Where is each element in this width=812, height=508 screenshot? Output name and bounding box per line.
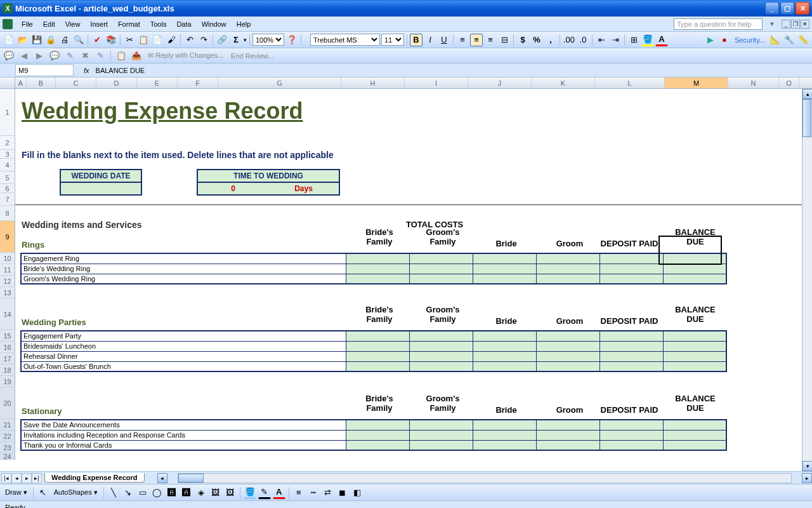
undo-icon[interactable]: ↶	[183, 34, 196, 46]
doc-minimize-button[interactable]: _	[782, 20, 790, 29]
horizontal-scrollbar[interactable]	[178, 473, 792, 483]
value-cell[interactable]	[663, 274, 726, 284]
comment-edit-icon[interactable]: ✎	[63, 50, 76, 62]
item-cell[interactable]: Invitations including Reception and Resp…	[21, 430, 346, 440]
row-header-11[interactable]: 11	[0, 264, 15, 276]
col-header-H[interactable]: H	[341, 77, 405, 88]
underline-button[interactable]: U	[438, 34, 450, 46]
value-cell[interactable]	[536, 264, 599, 274]
item-cell[interactable]: Groom's Wedding Ring	[21, 274, 346, 284]
minimize-button[interactable]: _	[765, 2, 779, 15]
cut-icon[interactable]: ✂	[123, 34, 136, 46]
align-left-button[interactable]: ≡	[456, 34, 469, 46]
align-center-button[interactable]: ≡	[470, 34, 483, 46]
value-cell[interactable]	[409, 361, 473, 371]
arrow-style-icon[interactable]: ⇄	[322, 486, 334, 499]
col-header-C[interactable]: C	[56, 77, 96, 88]
zoom-select[interactable]: 100%	[252, 34, 284, 46]
row-header-2[interactable]: 2	[0, 136, 15, 150]
value-cell[interactable]	[599, 253, 663, 264]
close-button[interactable]: ✕	[796, 2, 809, 15]
value-cell[interactable]	[663, 430, 726, 440]
value-cell[interactable]	[346, 351, 409, 361]
row-header-20[interactable]: 20	[0, 387, 15, 419]
row-header-21[interactable]: 21	[0, 419, 15, 431]
row-header-24[interactable]: 24	[0, 453, 15, 460]
formula-input[interactable]: BALANCE DUE	[93, 67, 812, 74]
value-cell[interactable]	[409, 341, 473, 351]
value-cell[interactable]	[409, 420, 473, 430]
increase-decimal-icon[interactable]: .00	[563, 34, 575, 46]
ink-icon[interactable]: ✎	[94, 50, 107, 62]
decrease-decimal-icon[interactable]: .0	[577, 34, 589, 46]
hyperlink-icon[interactable]: 🔗	[216, 34, 228, 46]
tab-next-button[interactable]: ▸	[22, 473, 32, 483]
scroll-right-button[interactable]: ▸	[802, 473, 812, 483]
value-cell[interactable]	[663, 341, 726, 351]
comment-new-icon[interactable]: 💬	[3, 50, 15, 62]
save-icon[interactable]: 💾	[30, 34, 43, 46]
value-cell[interactable]	[346, 253, 409, 264]
doc-close-button[interactable]: ✕	[801, 20, 809, 29]
print-icon[interactable]: 🖨	[58, 34, 71, 46]
value-cell[interactable]	[599, 430, 663, 440]
value-cell[interactable]	[536, 361, 599, 371]
value-cell[interactable]	[663, 331, 726, 341]
design-mode-icon[interactable]: 📏	[797, 34, 809, 46]
tab-last-button[interactable]: ▸|	[32, 473, 42, 483]
help-icon[interactable]: ❓	[285, 34, 298, 46]
name-box[interactable]: M9	[15, 64, 74, 76]
value-cell[interactable]	[536, 351, 599, 361]
value-cell[interactable]	[346, 341, 409, 351]
col-header-O[interactable]: O	[779, 77, 799, 88]
value-cell[interactable]	[473, 274, 536, 284]
track-changes-icon[interactable]: 📋	[115, 50, 128, 62]
col-header-D[interactable]: D	[96, 77, 137, 88]
value-cell[interactable]	[599, 351, 663, 361]
draw-menu[interactable]: Draw ▾	[3, 488, 30, 497]
value-cell[interactable]	[346, 420, 409, 430]
value-cell[interactable]	[346, 274, 409, 284]
vertical-scroll-thumb[interactable]	[802, 99, 811, 137]
value-cell[interactable]	[409, 430, 473, 440]
row-header-10[interactable]: 10	[0, 253, 15, 264]
col-header-A[interactable]: A	[15, 77, 27, 88]
value-cell[interactable]	[663, 351, 726, 361]
value-cell[interactable]	[346, 264, 409, 274]
row-header-19[interactable]: 19	[0, 376, 15, 387]
select-all-corner[interactable]	[0, 77, 15, 88]
col-header-J[interactable]: J	[468, 77, 532, 88]
doc-restore-button[interactable]: ❐	[791, 20, 800, 29]
line-color-icon[interactable]: ✎	[258, 486, 271, 499]
spelling-icon[interactable]: ✔	[91, 34, 103, 46]
row-header-18[interactable]: 18	[0, 364, 15, 376]
currency-button[interactable]: $	[516, 34, 529, 46]
menu-help[interactable]: Help	[232, 18, 256, 30]
value-cell[interactable]	[599, 361, 663, 371]
row-header-23[interactable]: 23	[0, 442, 15, 453]
new-icon[interactable]: 📄	[3, 34, 15, 46]
comment-next-icon[interactable]: ▶	[33, 50, 46, 62]
menu-file[interactable]: File	[16, 18, 38, 30]
autosum-icon[interactable]: Σ	[230, 34, 242, 46]
item-cell[interactable]: Thank you or Informal Cards	[21, 440, 346, 450]
arrow-icon[interactable]: ↘	[122, 486, 134, 499]
item-cell[interactable]: Engagement Ring	[21, 253, 346, 264]
dash-style-icon[interactable]: ┅	[307, 486, 320, 499]
value-cell[interactable]	[473, 264, 536, 274]
paste-icon[interactable]: 📄	[151, 34, 164, 46]
decrease-indent-icon[interactable]: ⇤	[595, 34, 608, 46]
excel-doc-icon[interactable]	[3, 19, 13, 29]
bold-button[interactable]: B	[410, 34, 422, 46]
increase-indent-icon[interactable]: ⇥	[609, 34, 622, 46]
sheet-tab-active[interactable]: Wedding Expense Record	[44, 473, 145, 483]
row-header-17[interactable]: 17	[0, 353, 15, 364]
vertical-scrollbar[interactable]: ▴ ▾	[802, 89, 812, 471]
merge-center-button[interactable]: ⊟	[498, 34, 511, 46]
comment-show-icon[interactable]: 💬	[48, 50, 61, 62]
value-cell[interactable]	[473, 440, 536, 450]
value-cell[interactable]	[473, 361, 536, 371]
col-header-G[interactable]: G	[218, 77, 341, 88]
picture-icon[interactable]: 🖼	[224, 486, 237, 499]
comma-button[interactable]: ,	[544, 34, 557, 46]
